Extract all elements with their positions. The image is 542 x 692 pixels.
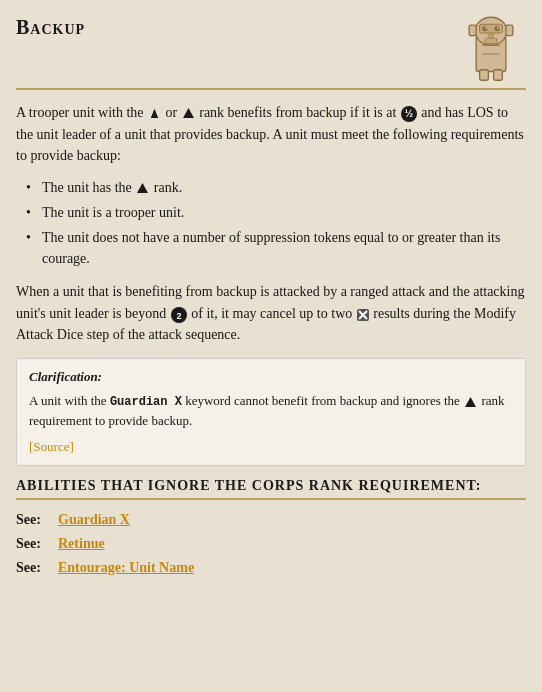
second-paragraph: When a unit that is benefiting from back… <box>16 281 526 346</box>
svg-text:2: 2 <box>176 311 181 321</box>
page-container: Backup <box>0 0 542 600</box>
see-link-retinue[interactable]: Retinue <box>58 536 105 552</box>
cancel-icon <box>356 306 374 321</box>
intro-paragraph: A trooper unit with the or rank benefits… <box>16 102 526 167</box>
abilities-header: Abilities that ignore the corps rank req… <box>16 478 526 500</box>
intro-text-1: A trooper unit with the <box>16 105 147 120</box>
svg-marker-18 <box>137 183 148 193</box>
svg-marker-16 <box>151 109 158 118</box>
clarification-text-before: A unit with the <box>29 393 110 408</box>
bullet-item-1: The unit has the rank. <box>26 177 526 198</box>
source-link[interactable]: [Source] <box>29 439 74 454</box>
svg-rect-11 <box>506 25 513 36</box>
bullet-item-3: The unit does not have a number of suppr… <box>26 227 526 269</box>
rank-corps-icon <box>181 105 200 120</box>
range-icon: 2 <box>171 307 187 323</box>
abilities-title: Abilities that ignore the corps rank req… <box>16 478 526 494</box>
svg-rect-13 <box>480 70 489 81</box>
see-link-entourage[interactable]: Entourage: Unit Name <box>58 560 194 576</box>
rank-sergeant-icon <box>147 105 166 120</box>
clarification-text-after: keyword cannot benefit from backup and i… <box>185 393 463 408</box>
clarification-title: Clarification: <box>29 369 513 385</box>
requirements-list: The unit has the rank. The unit is a tro… <box>26 177 526 269</box>
page-title: Backup <box>16 12 85 39</box>
see-item-3: See: Entourage: Unit Name <box>16 560 526 576</box>
bullet-1-text-after: rank. <box>154 180 182 195</box>
clarification-text: A unit with the Guardian X keyword canno… <box>29 391 513 431</box>
header: Backup <box>16 12 526 90</box>
see-label-3: See: <box>16 560 52 576</box>
bullet-item-2: The unit is a trooper unit. <box>26 202 526 223</box>
svg-marker-17 <box>183 108 194 118</box>
bullet-3-text: The unit does not have a number of suppr… <box>42 230 500 266</box>
svg-rect-10 <box>469 25 476 36</box>
clarification-rank-icon <box>463 393 481 408</box>
bullet-1-text-before: The unit has the <box>42 180 135 195</box>
svg-point-3 <box>482 26 487 31</box>
see-item-1: See: Guardian X <box>16 512 526 528</box>
see-item-2: See: Retinue <box>16 536 526 552</box>
intro-text-or: or <box>166 105 181 120</box>
robot-icon <box>456 12 526 82</box>
svg-marker-24 <box>465 397 476 407</box>
see-link-guardian[interactable]: Guardian X <box>58 512 130 528</box>
second-text-2: of it, it may cancel up to two <box>191 306 355 321</box>
svg-rect-7 <box>488 34 493 38</box>
intro-text-2: rank benefits from backup if it is at <box>199 105 400 120</box>
svg-point-4 <box>495 26 500 31</box>
svg-rect-14 <box>494 70 503 81</box>
see-label-2: See: <box>16 536 52 552</box>
bullet-1-rank-icon <box>135 180 154 195</box>
guardian-x-keyword: Guardian X <box>110 395 182 409</box>
svg-point-5 <box>485 27 487 29</box>
abilities-section: Abilities that ignore the corps rank req… <box>16 478 526 576</box>
clarification-box: Clarification: A unit with the Guardian … <box>16 358 526 466</box>
bullet-2-text: The unit is a trooper unit. <box>42 205 184 220</box>
speed-icon: ½ <box>401 106 417 122</box>
svg-rect-12 <box>485 38 497 43</box>
see-label-1: See: <box>16 512 52 528</box>
svg-point-6 <box>497 27 499 29</box>
